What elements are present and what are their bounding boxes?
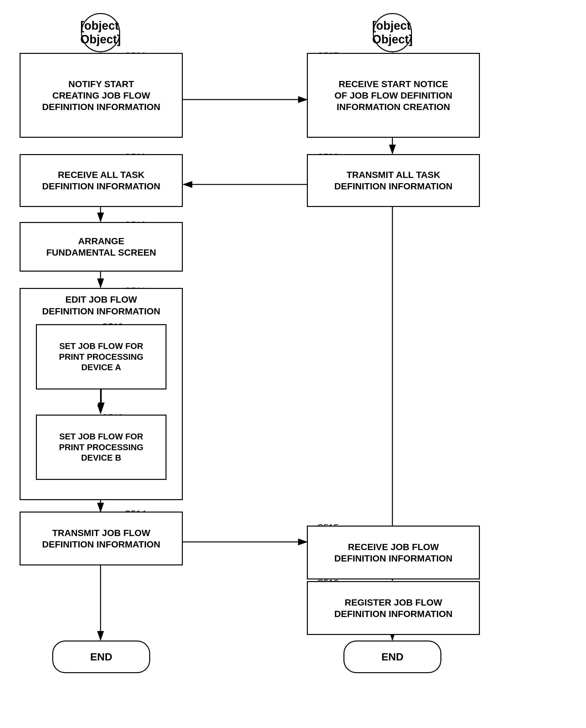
node-b-label: [object Object] — [372, 19, 413, 46]
end-node-left: END — [52, 641, 150, 673]
diagram-container: [object Object] [object Object] S506 S50… — [0, 0, 586, 728]
arrow-s512-s513 — [98, 389, 104, 415]
box-s509: RECEIVE ALL TASKDEFINITION INFORMATION — [20, 154, 183, 207]
box-s513-text: SET JOB FLOW FORPRINT PROCESSINGDEVICE B — [59, 431, 144, 463]
node-a: [object Object] — [81, 13, 120, 52]
box-s514-text: TRANSMIT JOB FLOWDEFINITION INFORMATION — [42, 527, 160, 550]
box-s514: TRANSMIT JOB FLOWDEFINITION INFORMATION — [20, 512, 183, 566]
box-s512-text: SET JOB FLOW FORPRINT PROCESSINGDEVICE A — [59, 341, 144, 373]
end-right-label: END — [381, 651, 404, 663]
box-s507: RECEIVE START NOTICEOF JOB FLOW DEFINITI… — [307, 53, 480, 138]
end-node-right: END — [343, 641, 441, 673]
end-left-label: END — [90, 651, 112, 663]
box-s516: REGISTER JOB FLOWDEFINITION INFORMATION — [307, 581, 480, 635]
box-s513: SET JOB FLOW FORPRINT PROCESSINGDEVICE B — [36, 415, 167, 480]
box-s515-text: RECEIVE JOB FLOWDEFINITION INFORMATION — [334, 541, 453, 564]
box-s508-text: TRANSMIT ALL TASKDEFINITION INFORMATION — [334, 169, 453, 192]
box-s506-text: NOTIFY STARTCREATING JOB FLOWDEFINITION … — [42, 78, 160, 113]
box-s506: NOTIFY STARTCREATING JOB FLOWDEFINITION … — [20, 53, 183, 138]
box-s516-text: REGISTER JOB FLOWDEFINITION INFORMATION — [334, 597, 453, 620]
box-s509-text: RECEIVE ALL TASKDEFINITION INFORMATION — [42, 169, 160, 192]
box-s512: SET JOB FLOW FORPRINT PROCESSINGDEVICE A — [36, 324, 167, 389]
node-b: [object Object] — [373, 13, 412, 52]
box-s510-text: ARRANGEFUNDAMENTAL SCREEN — [46, 235, 156, 258]
box-s515: RECEIVE JOB FLOWDEFINITION INFORMATION — [307, 526, 480, 579]
box-s508: TRANSMIT ALL TASKDEFINITION INFORMATION — [307, 154, 480, 207]
box-s511-title: EDIT JOB FLOWDEFINITION INFORMATION — [26, 294, 176, 318]
box-s510: ARRANGEFUNDAMENTAL SCREEN — [20, 222, 183, 271]
box-s507-text: RECEIVE START NOTICEOF JOB FLOW DEFINITI… — [335, 78, 453, 113]
node-a-label: [object Object] — [80, 19, 121, 46]
